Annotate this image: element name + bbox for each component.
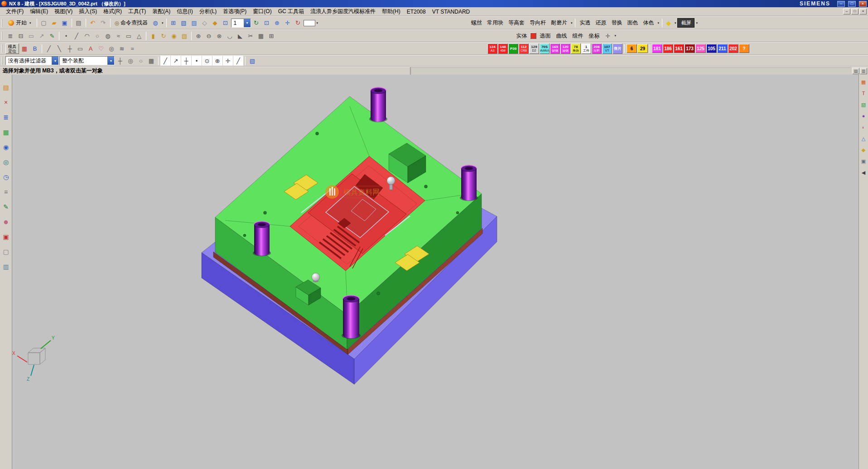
display-mode-icon[interactable]: ▣ <box>860 158 867 165</box>
select-face-button[interactable]: 选面 <box>537 31 553 41</box>
fit-view-icon[interactable]: ⊡ <box>262 18 272 28</box>
menu-tools[interactable]: 工具(T) <box>125 7 149 16</box>
measure-icon[interactable]: △ <box>860 135 867 142</box>
freeform-icon[interactable]: ♡ <box>96 43 106 53</box>
true-shading-icon[interactable]: ▢ <box>1 247 10 256</box>
menu-edit[interactable]: 编辑(E) <box>27 7 51 16</box>
solid-cube-icon[interactable]: ▧ <box>860 101 867 108</box>
material-107[interactable]: 107VT <box>602 43 612 54</box>
trim-body-icon[interactable]: ✂ <box>246 31 256 41</box>
save-icon[interactable]: ▣ <box>60 18 70 28</box>
mold-tool-icon[interactable]: ▦ <box>19 43 29 53</box>
mold-assembly[interactable] <box>202 87 497 384</box>
snap-quadrant-icon[interactable]: ⊕ <box>212 56 222 66</box>
sketch-icon[interactable]: ✎ <box>47 31 57 41</box>
line-icon[interactable]: ╱ <box>72 31 82 41</box>
menu-et2008[interactable]: ET2008 <box>404 8 429 16</box>
replace-button[interactable]: 替换 <box>609 18 624 28</box>
studio-render-icon[interactable]: ◆ <box>210 18 220 28</box>
color-186[interactable]: 186 <box>663 44 673 53</box>
command-finder-button[interactable]: ◎ 命令查找器 <box>112 19 150 27</box>
shell-icon[interactable]: ▦ <box>256 31 266 41</box>
selection-scope-combo[interactable]: 整个装配 ▼ <box>59 56 115 65</box>
menu-analysis[interactable]: 分析(L) <box>196 7 220 16</box>
menu-preferences[interactable]: 首选项(P) <box>220 7 250 16</box>
start-button[interactable]: 开始 ▾ <box>5 19 35 27</box>
selection-filter-combo[interactable]: 没有选择过滤器 ▼ <box>5 56 59 65</box>
model-view[interactable]: 模具资料网 X Y Z <box>12 75 858 469</box>
face-color-swatch[interactable] <box>530 33 536 39</box>
wireframe-icon[interactable]: ◇ <box>200 18 210 28</box>
roles-icon[interactable]: ☻ <box>1 217 10 226</box>
view-section-icon[interactable]: ⊟ <box>16 31 26 41</box>
rotate-view-icon[interactable]: ↻ <box>293 18 303 28</box>
ball-pin-lower[interactable] <box>312 273 320 282</box>
chamfer-icon[interactable]: ◣ <box>235 31 245 41</box>
assembly-navigator-icon[interactable]: ▤ <box>1 83 10 92</box>
color-6[interactable]: 6 <box>627 44 637 53</box>
sketch-line-icon[interactable]: ╱ <box>44 43 54 53</box>
guide-pin-west[interactable] <box>253 221 271 256</box>
note-icon[interactable]: T <box>860 90 867 97</box>
color-181[interactable]: 181 <box>652 44 662 53</box>
sketch-line2-icon[interactable]: ╲ <box>54 43 64 53</box>
combo-arrow-icon[interactable]: ▼ <box>107 57 114 65</box>
screws-button[interactable]: 螺丝 <box>469 18 484 28</box>
material-display-icon[interactable]: ◆ <box>860 146 867 153</box>
color-105[interactable]: 105 <box>706 44 717 53</box>
guide-pin-north[interactable] <box>369 87 387 122</box>
subtract-icon[interactable]: ⊖ <box>204 31 214 41</box>
combo-arrow-icon[interactable]: ▼ <box>244 19 251 27</box>
manufacturing-wizard-icon[interactable]: ✎ <box>1 202 10 211</box>
extrude-icon[interactable]: ▮ <box>148 31 158 41</box>
spiral-icon[interactable]: ◎ <box>106 43 116 53</box>
reuse-library-icon[interactable]: ▦ <box>1 128 10 137</box>
translucent-button[interactable]: 实透 <box>577 18 593 28</box>
circle-icon[interactable]: ○ <box>92 31 102 41</box>
toolbar-grip[interactable] <box>1 57 4 65</box>
menu-view[interactable]: 视图(V) <box>51 7 76 16</box>
crosshair-icon[interactable]: ┼ <box>65 43 75 53</box>
guide-pin-south[interactable] <box>342 296 361 339</box>
ellipse-icon[interactable]: ◍ <box>103 31 113 41</box>
solid-filter-button[interactable]: 实体 <box>514 31 529 41</box>
material-165[interactable]: 165铍铜 <box>550 43 560 54</box>
guide-rod-button[interactable]: 导向杆 <box>527 18 548 28</box>
snap-point-icon[interactable]: • <box>192 56 202 66</box>
mdi-close-button[interactable]: × <box>859 9 867 14</box>
window-minimize-button[interactable]: – <box>837 1 845 7</box>
material-78[interactable]: 78角铁 <box>571 43 581 54</box>
wear-plate-button[interactable]: 耐磨片 <box>549 18 569 28</box>
spring-icon[interactable]: ≋ <box>117 43 127 53</box>
color-211[interactable]: 211 <box>717 44 728 53</box>
wcs-triad[interactable]: X Y Z <box>12 335 55 382</box>
material-1[interactable]: 1工件 <box>581 43 591 54</box>
snap-midpoint-icon[interactable]: ↗ <box>171 56 181 66</box>
layer-settings-icon[interactable]: ≣ <box>5 31 15 41</box>
window-maximize-button[interactable]: □ <box>848 1 856 7</box>
snap-center-icon[interactable]: ⊙ <box>202 56 212 66</box>
refresh-view-icon[interactable]: ↻ <box>251 18 261 28</box>
color-161[interactable]: 161 <box>674 44 684 53</box>
nx-logo-icon[interactable] <box>1 1 7 6</box>
zoom-in-icon[interactable]: ⊕ <box>272 18 282 28</box>
color-29[interactable]: 29 <box>637 44 648 53</box>
history-icon[interactable]: ◷ <box>1 172 10 182</box>
solid-snap-icon[interactable]: ▧ <box>247 56 257 66</box>
shaded-icon[interactable]: ▨ <box>189 18 199 28</box>
section-view-icon[interactable]: ◐ <box>860 124 867 131</box>
help-button[interactable]: ? <box>739 44 749 53</box>
datum-axis-icon[interactable]: ↗ <box>37 31 47 41</box>
toolbar-grip[interactable] <box>1 32 4 40</box>
color-173[interactable]: 173 <box>685 44 695 53</box>
spacer-sleeve-button[interactable]: 等高套 <box>506 18 527 28</box>
web-browser-icon[interactable]: ◎ <box>1 158 10 167</box>
color-125[interactable]: 125 <box>695 44 706 53</box>
material-112-CR8[interactable]: 112CR8 <box>519 43 529 54</box>
intersect-icon[interactable]: ⊗ <box>214 31 224 41</box>
command-gallery-icon[interactable]: ◍ <box>150 18 160 28</box>
templates-icon[interactable]: ▥ <box>1 262 10 271</box>
diamond-tool-icon[interactable]: ◆ <box>664 19 673 27</box>
snap-tangent-icon[interactable]: ╱ <box>233 56 243 66</box>
graphics-window[interactable]: 模具资料网 X Y Z <box>12 75 858 469</box>
